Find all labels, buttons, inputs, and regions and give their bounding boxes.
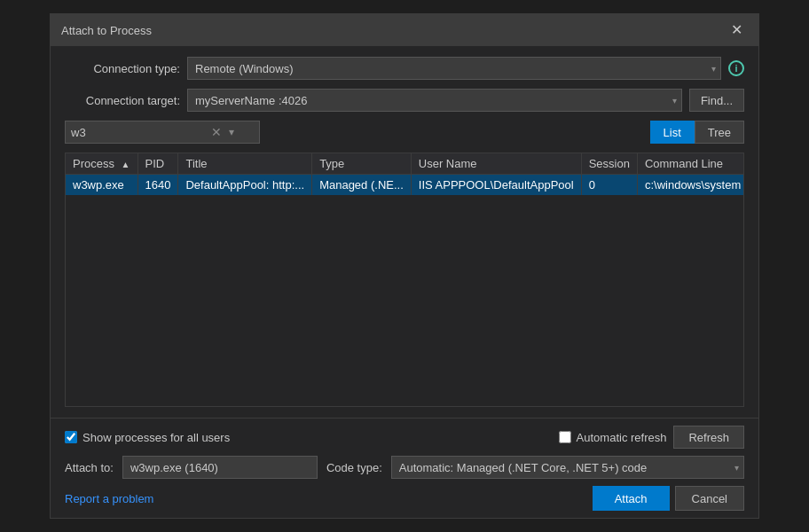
list-view-button[interactable]: List [650,121,695,144]
code-type-wrapper: Automatic: Managed (.NET Core, .NET 5+) … [391,456,744,479]
connection-type-select[interactable]: Remote (Windows) [187,57,721,80]
auto-refresh-text: Automatic refresh [577,431,667,444]
attach-to-process-dialog: Attach to Process ✕ Connection type: Rem… [50,13,759,519]
clear-search-button[interactable]: ✕ [208,126,225,138]
search-row: ✕ ▾ List Tree [65,121,744,144]
connection-target-label: Connection target: [65,94,180,107]
col-username[interactable]: User Name [411,153,581,175]
show-all-users-checkbox[interactable] [65,431,77,443]
refresh-button[interactable]: Refresh [673,426,744,449]
show-all-users-label[interactable]: Show processes for all users [65,431,230,444]
search-input[interactable] [66,126,208,139]
col-title[interactable]: Title [178,153,312,175]
search-input-wrapper: ✕ ▾ [65,121,260,144]
table-cell: Managed (.NE... [312,175,412,196]
attach-button[interactable]: Attach [593,486,670,511]
sort-asc-icon: ▲ [122,160,130,169]
bottom-row1: Show processes for all users Automatic r… [65,426,744,449]
table-cell: IIS APPPOOL\DefaultAppPool [411,175,581,196]
connection-type-row: Connection type: Remote (Windows) ▾ i [65,57,744,80]
bottom-row2: Attach to: Code type: Automatic: Managed… [65,456,744,479]
bottom-row3: Report a problem Attach Cancel [65,486,744,511]
table-cell: DefaultAppPool: http:... [178,175,312,196]
view-toggle: List Tree [650,121,744,144]
table-cell: w3wp.exe [66,175,137,196]
search-chevron-button[interactable]: ▾ [225,126,238,138]
col-process[interactable]: Process ▲ [66,153,137,175]
code-type-select[interactable]: Automatic: Managed (.NET Core, .NET 5+) … [391,456,744,479]
col-type[interactable]: Type [312,153,412,175]
col-cmdline[interactable]: Command Line [637,153,744,175]
table-cell: c:\windows\system [637,175,744,196]
col-session[interactable]: Session [581,153,637,175]
table-row[interactable]: w3wp.exe1640DefaultAppPool: http:...Mana… [66,175,744,196]
cancel-button[interactable]: Cancel [675,486,744,511]
show-all-users-text: Show processes for all users [82,431,230,444]
find-button[interactable]: Find... [689,89,744,112]
info-icon[interactable]: i [728,60,744,76]
close-button[interactable]: ✕ [726,21,748,39]
code-type-label: Code type: [326,461,382,474]
col-pid[interactable]: PID [137,153,178,175]
dialog-content: Connection type: Remote (Windows) ▾ i Co… [51,46,758,418]
auto-refresh-checkbox[interactable] [559,431,571,443]
connection-target-row: Connection target: myServerName :4026 ▾ … [65,89,744,112]
dialog-title: Attach to Process [61,24,152,37]
auto-refresh-label[interactable]: Automatic refresh [559,431,667,444]
tree-view-button[interactable]: Tree [695,121,744,144]
connection-type-select-wrapper: Remote (Windows) ▾ [187,57,721,80]
title-bar: Attach to Process ✕ [51,14,758,46]
connection-target-select-wrapper: myServerName :4026 ▾ [187,89,682,112]
attach-to-input[interactable] [122,456,318,479]
action-buttons: Attach Cancel [593,486,744,511]
attach-to-label: Attach to: [65,461,114,474]
bottom-bar: Show processes for all users Automatic r… [51,418,758,518]
auto-refresh-group: Automatic refresh Refresh [559,426,744,449]
process-table-container[interactable]: Process ▲ PID Title Type User Name Sessi… [65,153,744,407]
report-problem-link[interactable]: Report a problem [65,492,153,505]
table-header-row: Process ▲ PID Title Type User Name Sessi… [66,153,744,175]
table-cell: 0 [581,175,637,196]
process-table: Process ▲ PID Title Type User Name Sessi… [66,153,744,195]
table-cell: 1640 [137,175,178,196]
connection-type-label: Connection type: [65,62,180,75]
connection-target-select[interactable]: myServerName :4026 [187,89,682,112]
